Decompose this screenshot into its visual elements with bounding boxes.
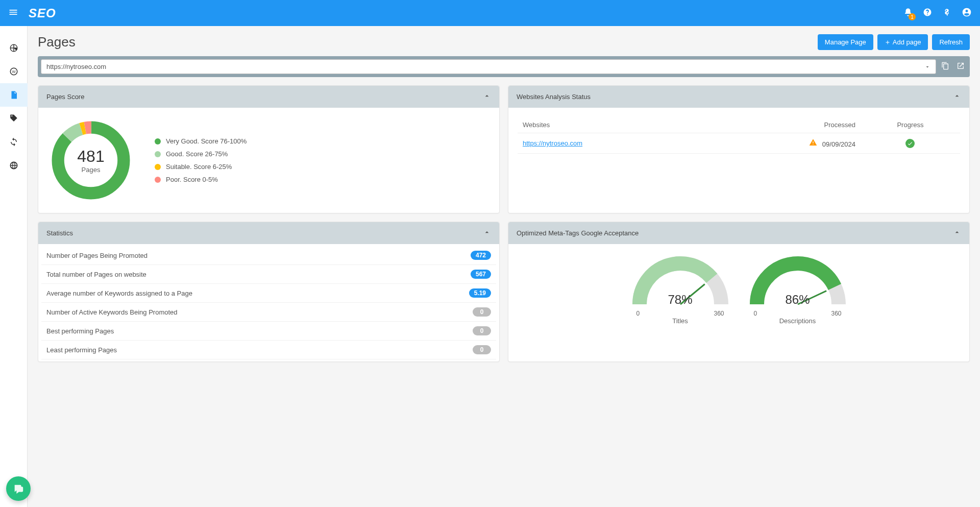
legend-label: Poor. Score 0-5%	[166, 176, 218, 183]
collapse-icon[interactable]	[953, 92, 961, 102]
gauge-name: Descriptions	[747, 317, 849, 325]
app-logo[interactable]: SEO	[29, 6, 56, 20]
pages-score-legend: Very Good. Score 76-100%Good. Score 26-7…	[155, 137, 247, 183]
stat-label: Total number of Pages on website	[46, 271, 146, 278]
notifications-icon[interactable]: 1	[903, 8, 913, 18]
billing-icon[interactable]	[942, 8, 951, 18]
warning-icon	[809, 140, 817, 148]
websites-status-table: Websites Processed Progress https://nytr…	[518, 117, 960, 154]
legend-item[interactable]: Good. Score 26-75%	[155, 150, 247, 158]
nav-dashboard[interactable]	[0, 36, 28, 60]
col-progress: Progress	[861, 117, 960, 133]
nav-websites[interactable]: W	[0, 60, 28, 83]
legend-item[interactable]: Suitable. Score 6-25%	[155, 163, 247, 171]
stat-label: Average number of Keywords assigned to a…	[46, 289, 192, 297]
pages-score-donut: 481 Pages	[47, 117, 134, 204]
legend-dot	[155, 177, 161, 183]
gauge: 78%0360Titles	[629, 253, 731, 325]
stat-row[interactable]: Number of Pages Being Promoted472	[41, 246, 496, 265]
legend-item[interactable]: Very Good. Score 76-100%	[155, 137, 247, 145]
websites-status-title: Websites Analysis Status	[517, 93, 591, 101]
statistics-title: Statistics	[46, 229, 73, 237]
website-select[interactable]: https://nytroseo.com	[41, 59, 936, 74]
top-header: SEO 1	[0, 0, 980, 26]
collapse-icon[interactable]	[483, 92, 491, 102]
stat-badge: 5.19	[469, 288, 491, 298]
legend-dot	[155, 151, 161, 157]
add-page-label: Add page	[893, 38, 921, 46]
gauge-scale-min: 0	[754, 310, 757, 317]
nav-globe[interactable]	[0, 154, 28, 177]
legend-label: Good. Score 26-75%	[166, 150, 228, 158]
pages-score-title: Pages Score	[46, 93, 84, 101]
nav-sync[interactable]	[0, 130, 28, 154]
acceptance-title: Optimized Meta-Tags Google Acceptance	[517, 229, 639, 237]
stat-badge: 567	[471, 270, 491, 279]
table-row: https://nytroseo.com09/09/2024	[518, 133, 960, 154]
stat-badge: 0	[473, 307, 491, 317]
collapse-icon[interactable]	[953, 228, 961, 238]
stat-badge: 0	[473, 345, 491, 354]
legend-item[interactable]: Poor. Score 0-5%	[155, 176, 247, 183]
manage-page-button[interactable]: Manage Page	[818, 34, 873, 50]
gauge-name: Titles	[629, 317, 731, 325]
stat-badge: 0	[473, 326, 491, 335]
col-processed: Processed	[707, 117, 861, 133]
websites-status-card: Websites Analysis Status Websites Proces…	[508, 85, 970, 213]
processed-date: 09/09/2024	[822, 140, 855, 148]
pages-score-total-label: Pages	[82, 166, 101, 174]
open-external-icon[interactable]	[954, 60, 967, 74]
stat-row[interactable]: Number of Active Keywords Being Promoted…	[41, 303, 496, 322]
page-title: Pages	[38, 34, 76, 50]
stat-label: Best performing Pages	[46, 327, 114, 335]
help-icon[interactable]	[923, 8, 932, 18]
legend-dot	[155, 164, 161, 170]
statistics-card: Statistics Number of Pages Being Promote…	[38, 222, 500, 362]
chevron-down-icon	[924, 64, 930, 70]
legend-label: Suitable. Score 6-25%	[166, 163, 232, 171]
nav-tags[interactable]	[0, 107, 28, 130]
copy-icon[interactable]	[939, 60, 951, 74]
sidebar: W	[0, 26, 28, 507]
add-page-button[interactable]: Add page	[877, 34, 928, 50]
legend-dot	[155, 138, 161, 144]
menu-icon[interactable]	[8, 7, 18, 19]
stat-label: Number of Pages Being Promoted	[46, 252, 148, 259]
chat-widget[interactable]	[6, 476, 31, 501]
refresh-button[interactable]: Refresh	[932, 34, 970, 50]
stat-badge: 472	[471, 251, 491, 260]
stat-label: Least performing Pages	[46, 346, 117, 354]
pages-score-total: 481	[77, 147, 104, 166]
stat-label: Number of Active Keywords Being Promoted	[46, 308, 178, 316]
plus-icon	[885, 39, 891, 45]
gauge-scale-max: 360	[831, 310, 841, 317]
website-select-value: https://nytroseo.com	[46, 63, 106, 70]
stat-row[interactable]: Best performing Pages0	[41, 322, 496, 341]
stat-row[interactable]: Average number of Keywords assigned to a…	[41, 284, 496, 303]
check-icon	[905, 139, 915, 148]
pages-score-card: Pages Score 481	[38, 85, 500, 213]
stat-row[interactable]: Least performing Pages0	[41, 341, 496, 359]
nav-pages[interactable]	[0, 83, 28, 107]
svg-text:W: W	[12, 69, 16, 74]
gauge-scale-min: 0	[636, 310, 640, 317]
website-link[interactable]: https://nytroseo.com	[523, 139, 582, 147]
page-head: Pages Manage Page Add page Refresh	[38, 34, 970, 50]
legend-label: Very Good. Score 76-100%	[166, 137, 247, 145]
gauge-scale-max: 360	[714, 310, 724, 317]
url-bar: https://nytroseo.com	[38, 56, 970, 77]
col-websites: Websites	[518, 117, 707, 133]
notification-badge: 1	[909, 13, 916, 20]
collapse-icon[interactable]	[483, 228, 491, 238]
gauge: 86%0360Descriptions	[747, 253, 849, 325]
account-icon[interactable]	[962, 7, 972, 19]
stat-row[interactable]: Total number of Pages on website567	[41, 265, 496, 284]
acceptance-card: Optimized Meta-Tags Google Acceptance 78…	[508, 222, 970, 362]
